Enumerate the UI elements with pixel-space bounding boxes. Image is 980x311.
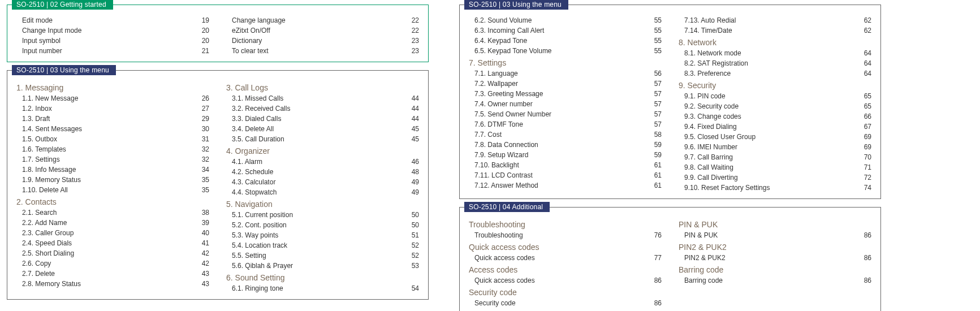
item-label: 9.2. Security code: [684, 101, 739, 111]
toc-row: 7.1. Language 56: [469, 68, 662, 79]
page-num: 86: [854, 230, 871, 240]
toc-row: 9.2. Security code 65: [679, 101, 871, 111]
page-num: 58: [645, 129, 662, 140]
item-label: 1.6. Templates: [22, 144, 66, 154]
item-label: 7.7. Cost: [474, 129, 502, 140]
toc-row: 7.7. Cost 58: [469, 129, 662, 140]
item-label: To clear text: [232, 46, 269, 56]
page-num: 62: [854, 25, 871, 36]
item-label: 6.2. Sound Volume: [474, 15, 532, 25]
item-label: 9.5. Closed User Group: [684, 132, 755, 142]
page-num: 43: [192, 279, 209, 289]
page-num: 69: [854, 132, 871, 142]
box-04-additional: SO-2510 | 04 Additional Troubleshooting …: [459, 207, 881, 311]
page-num: 42: [192, 258, 209, 269]
page-num: 65: [854, 101, 871, 111]
toc-row: 4.1. Alarm 46: [226, 157, 419, 167]
toc-row: 1.9. Memory Status 35: [16, 175, 209, 185]
toc-row: 3.4. Delete All 45: [226, 124, 419, 134]
page-num: 59: [645, 140, 662, 150]
page-num: 59: [645, 150, 662, 160]
item-label: 9.4. Fixed Dialing: [684, 122, 737, 132]
page-num: 20: [192, 36, 209, 46]
page-num: 65: [854, 91, 871, 101]
page-num: 30: [192, 124, 209, 134]
item-label: 9.10. Reset Factory Settings: [684, 183, 770, 193]
item-label: 6.4. Keypad Tone: [474, 36, 527, 46]
toc-row: 2.7. Delete 43: [16, 269, 209, 279]
page-num: 50: [402, 210, 419, 220]
toc-row: 1.2. Inbox 27: [16, 103, 209, 114]
toc-row: Barring code 86: [679, 275, 871, 286]
toc-row: 6.3. Incoming Call Alert 55: [469, 25, 662, 36]
item-label: 3.1. Missed Calls: [232, 93, 283, 103]
toc-row: 3.5. Call Duration 45: [226, 134, 419, 144]
page-num: 49: [402, 187, 419, 197]
item-label: 7.8. Data Connection: [474, 140, 538, 150]
item-label: 2.1. Search: [22, 208, 57, 218]
item-label: 1.5. Outbox: [22, 134, 57, 144]
toc-row: 7.13. Auto Redial 62: [679, 15, 871, 25]
section-5-navigation: 5. Navigation: [226, 200, 419, 209]
item-label: 3.2. Received Calls: [232, 103, 290, 114]
toc-row: 9.9. Call Diverting 72: [679, 172, 871, 183]
item-label: 7.5. Send Owner Number: [474, 109, 551, 119]
page-num: 54: [402, 283, 419, 293]
page-num: 35: [192, 185, 209, 195]
item-label: 1.8. Info Message: [22, 165, 76, 175]
page-num: 55: [645, 15, 662, 25]
page-num: 67: [854, 122, 871, 132]
page-num: 77: [645, 253, 662, 263]
page-num: 45: [402, 134, 419, 144]
item-label: 5.6. Qiblah & Prayer: [232, 261, 293, 271]
item-label: 8.1. Network mode: [684, 48, 741, 58]
page-num: 42: [192, 248, 209, 258]
box04-col-a: Troubleshooting Troubleshooting 76 Quick…: [469, 218, 662, 308]
box-tab-03-right: SO-2510 | 03 Using the menu: [464, 0, 568, 10]
toc-row: 7.10. Backlight 61: [469, 160, 662, 170]
page-num: 64: [854, 48, 871, 58]
toc-row: 7.4. Owner number 57: [469, 99, 662, 109]
page-num: 44: [402, 114, 419, 124]
item-label: 6.3. Incoming Call Alert: [474, 25, 544, 36]
item-label: 9.6. IMEI Number: [684, 142, 737, 152]
box03R-col-a: 6.2. Sound Volume 55 6.3. Incoming Call …: [469, 15, 662, 193]
item-label: 7.12. Answer Method: [474, 180, 538, 191]
item-label: 3.4. Delete All: [232, 124, 274, 134]
page-num: 55: [645, 46, 662, 56]
toc-row: 6.2. Sound Volume 55: [469, 15, 662, 25]
page-num: 57: [645, 119, 662, 129]
section-6-sound: 6. Sound Setting: [226, 273, 419, 282]
item-label: 7.13. Auto Redial: [684, 15, 736, 25]
toc-row: 5.1. Current position 50: [226, 210, 419, 220]
additional-head: Troubleshooting: [469, 220, 662, 229]
item-label: 9.1. PIN code: [684, 91, 726, 101]
item-label: Input symbol: [22, 36, 61, 46]
toc-row: 7.12. Answer Method 61: [469, 180, 662, 191]
toc-row: 3.3. Dialed Calls 44: [226, 114, 419, 124]
item-label: 1.10. Delete All: [22, 185, 68, 195]
item-label: PIN & PUK: [684, 230, 718, 240]
item-label: 5.4. Location track: [232, 240, 287, 250]
page-num: 21: [192, 46, 209, 56]
item-label: Dictionary: [232, 36, 262, 46]
toc-row: 1.8. Info Message 34: [16, 165, 209, 175]
page-num: 19: [192, 15, 209, 25]
toc-row: 2.4. Speed Dials 41: [16, 238, 209, 248]
toc-row: 1.7. Settings 32: [16, 154, 209, 165]
item-label: 7.6. DTMF Tone: [474, 119, 523, 129]
toc-row: PIN2 & PUK2 86: [679, 253, 871, 263]
section-2-contacts: 2. Contacts: [16, 197, 209, 206]
toc-row: 8.3. Preference 64: [679, 68, 871, 79]
toc-row: 9.5. Closed User Group 69: [679, 132, 871, 142]
toc-row: 9.4. Fixed Dialing 67: [679, 122, 871, 132]
item-label: eZitxt On/Off: [232, 25, 270, 36]
page-num: 26: [192, 93, 209, 103]
item-label: 5.2. Cont. position: [232, 220, 287, 230]
toc-row: 9.8. Call Waiting 71: [679, 162, 871, 172]
toc-row: 3.2. Received Calls 44: [226, 103, 419, 114]
page-num: 62: [854, 15, 871, 25]
page-num: 53: [402, 261, 419, 271]
item-label: 1.1. New Message: [22, 93, 78, 103]
item-label: 4.4. Stopwatch: [232, 187, 277, 197]
